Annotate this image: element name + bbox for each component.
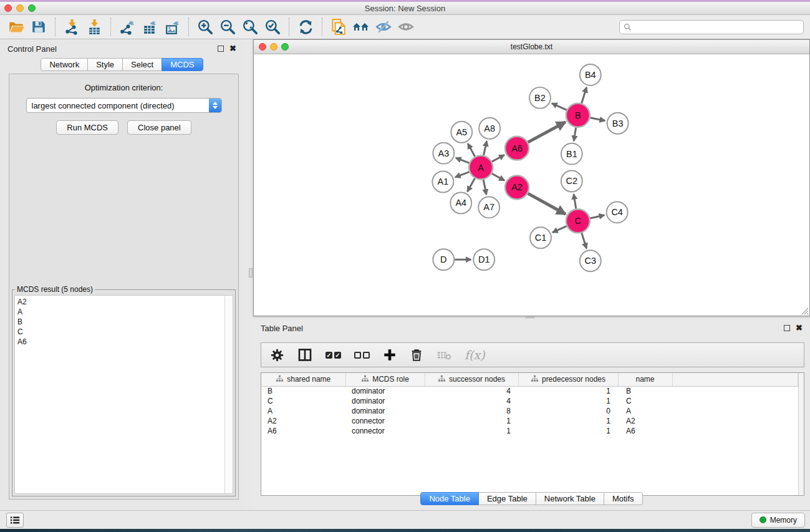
table-cell[interactable]: 1 [518, 416, 618, 426]
table-cell[interactable]: 1 [518, 396, 618, 406]
tab-network[interactable]: Network [41, 58, 88, 71]
export-network-icon[interactable] [118, 17, 137, 36]
window-resize-grip[interactable] [800, 306, 809, 315]
table-cell[interactable]: 4 [425, 386, 518, 396]
edge-C-C4[interactable] [590, 215, 604, 218]
task-history-button[interactable] [6, 513, 24, 528]
edge-C-C2[interactable] [574, 194, 576, 208]
edge-A-A7[interactable] [483, 180, 486, 195]
refresh-layout-icon[interactable] [296, 17, 315, 36]
show-all-network-views-icon[interactable] [352, 17, 370, 36]
table-tab-node-table[interactable]: Node Table [420, 492, 479, 505]
mcds-result-item[interactable]: A6 [17, 337, 224, 347]
network-canvas[interactable]: B4B2BB3A8A5A6A3B1AA1C2A2A4A7C4CC1C3DD1 [254, 55, 809, 316]
table-cell[interactable]: C [618, 396, 672, 406]
table-cell[interactable]: A6 [618, 426, 672, 436]
edge-A6-B[interactable] [528, 122, 566, 142]
zoom-selected-icon[interactable] [263, 17, 282, 36]
column-header-shared-name[interactable]: shared name [261, 373, 345, 386]
graph-node-A6[interactable]: A6 [505, 137, 529, 160]
mcds-result-item[interactable]: C [17, 327, 224, 337]
tab-style[interactable]: Style [87, 58, 123, 71]
table-cell[interactable]: 0 [518, 406, 618, 416]
graph-node-C4[interactable]: C4 [607, 201, 628, 223]
graph-node-D[interactable]: D [433, 249, 454, 270]
column-header-name[interactable]: name [618, 373, 672, 386]
float-table-panel-icon[interactable] [784, 325, 790, 331]
edge-A-A4[interactable] [468, 178, 475, 191]
graph-node-A3[interactable]: A3 [433, 143, 454, 164]
edge-C-C1[interactable] [552, 226, 567, 233]
run-mcds-button[interactable]: Run MCDS [56, 120, 118, 135]
optimization-criterion-select[interactable]: largest connected component (directed) [26, 98, 222, 113]
table-cell[interactable]: B [261, 386, 345, 396]
close-table-panel-icon[interactable]: ✖ [796, 325, 803, 331]
table-settings-icon[interactable] [270, 347, 284, 363]
graph-node-C[interactable]: C [566, 209, 590, 233]
edge-A2-C[interactable] [528, 193, 566, 214]
column-header-successor-nodes[interactable]: successor nodes [425, 373, 518, 386]
graph-node-B3[interactable]: B3 [607, 113, 629, 134]
edge-B-B1[interactable] [574, 127, 576, 140]
edge-B-B3[interactable] [590, 118, 605, 121]
column-header-MCDS-role[interactable]: MCDS role [345, 373, 425, 386]
table-cell[interactable]: A [618, 406, 672, 416]
tab-select[interactable]: Select [122, 58, 162, 71]
table-cell[interactable]: 1 [518, 386, 618, 396]
export-image-icon[interactable] [163, 17, 181, 36]
close-panel-icon[interactable]: ✖ [229, 46, 236, 52]
zoom-out-icon[interactable] [218, 17, 237, 36]
zoom-in-icon[interactable] [196, 17, 215, 36]
import-network-icon[interactable] [62, 17, 81, 36]
table-cell[interactable]: 1 [425, 426, 518, 436]
table-row[interactable]: Bdominator41B [261, 386, 798, 396]
toggle-panel-mode-icon[interactable] [297, 347, 312, 363]
mcds-result-item[interactable]: B [17, 317, 224, 327]
table-row[interactable]: Adominator80A [261, 406, 798, 416]
delete-column-icon[interactable] [410, 347, 423, 363]
table-cell[interactable]: A2 [618, 416, 672, 426]
graph-node-B[interactable]: B [566, 104, 590, 127]
table-cell[interactable]: 4 [425, 396, 518, 406]
table-tab-network-table[interactable]: Network Table [536, 492, 604, 505]
graph-node-A8[interactable]: A8 [479, 118, 500, 139]
table-cell[interactable]: 1 [518, 426, 618, 436]
import-table-icon[interactable] [85, 17, 104, 36]
graph-node-B4[interactable]: B4 [580, 64, 601, 85]
duplicate-network-icon[interactable] [329, 17, 348, 36]
table-cell[interactable]: 1 [425, 416, 518, 426]
open-file-icon[interactable] [7, 17, 26, 36]
close-panel-button[interactable]: Close panel [127, 120, 191, 135]
mcds-result-scrollbar[interactable] [224, 296, 233, 493]
edge-C-C3[interactable] [582, 233, 587, 248]
column-header-predecessor-nodes[interactable]: predecessor nodes [518, 373, 618, 386]
graph-node-B1[interactable]: B1 [561, 143, 582, 165]
edge-A-A2[interactable] [492, 173, 504, 180]
mcds-result-item[interactable]: A [17, 307, 224, 317]
select-all-icon[interactable]: ✓✓ [325, 347, 341, 363]
edge-B-B4[interactable] [582, 87, 587, 104]
float-panel-icon[interactable] [218, 46, 224, 52]
graph-node-D1[interactable]: D1 [473, 249, 494, 270]
table-row[interactable]: A2connector11A2 [261, 416, 798, 426]
add-column-icon[interactable] [383, 347, 397, 363]
graph-node-A2[interactable]: A2 [505, 176, 529, 200]
table-scrollbar[interactable] [798, 373, 804, 495]
edge-B-B2[interactable] [552, 104, 567, 110]
table-tab-edge-table[interactable]: Edge Table [478, 492, 536, 505]
edge-A-A8[interactable] [484, 141, 487, 155]
hide-selection-icon[interactable] [374, 17, 393, 36]
table-cell[interactable]: C [261, 396, 345, 406]
mcds-result-item[interactable]: A2 [17, 297, 224, 307]
export-table-icon[interactable] [140, 17, 159, 36]
table-cell[interactable]: A2 [261, 416, 345, 426]
graph-node-A5[interactable]: A5 [451, 122, 472, 143]
table-row[interactable]: Cdominator41C [261, 396, 798, 406]
search-input[interactable] [632, 22, 803, 31]
edge-A-A3[interactable] [456, 158, 470, 163]
table-cell[interactable]: A [261, 406, 345, 416]
table-cell[interactable]: B [618, 386, 672, 396]
edge-A-A5[interactable] [468, 143, 475, 157]
graph-node-A7[interactable]: A7 [478, 196, 499, 218]
table-cell[interactable]: connector [345, 426, 425, 436]
